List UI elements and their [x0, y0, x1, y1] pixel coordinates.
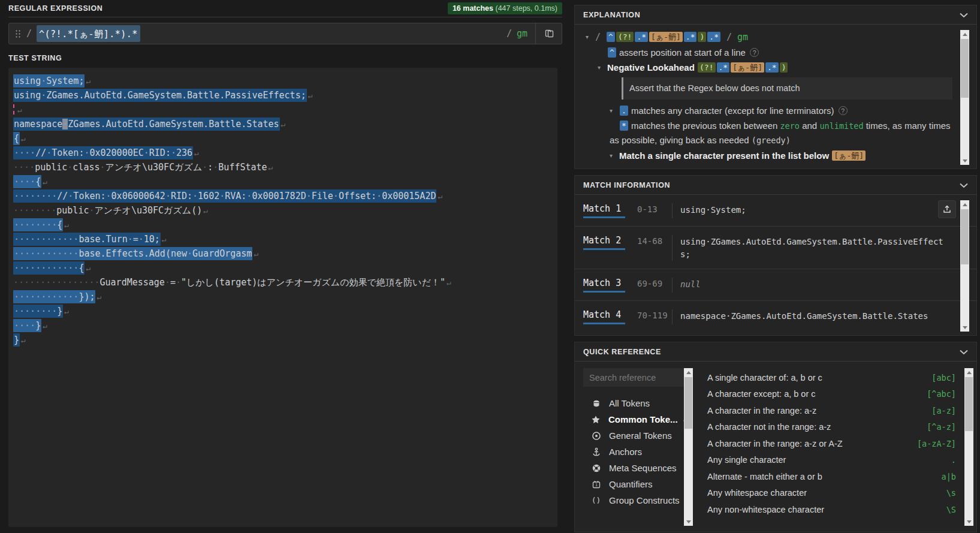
code-line: ········}↵ — [13, 304, 553, 318]
collapse-triangle-icon[interactable]: ▾ — [610, 149, 619, 162]
match-list: Match 10-13using·System;Match 214-68usin… — [575, 195, 976, 330]
line-break-icon: ↵ — [194, 149, 199, 158]
code-line: using·ZGames.AutoEtd.GameSystem.Battle.P… — [13, 88, 553, 103]
match-count-badge: 16 matches (447 steps, 0.1ms) — [448, 2, 562, 14]
match-range: 0-13 — [637, 203, 671, 218]
match-range: 70-119 — [637, 309, 671, 324]
export-matches-button[interactable] — [938, 200, 956, 218]
match-label[interactable]: Match 3 — [583, 278, 625, 293]
indent-spacer — [598, 46, 607, 59]
copy-regex-button[interactable] — [544, 27, 556, 40]
reference-code: [a-z] — [931, 406, 956, 415]
reference-item[interactable]: A character in the range: a-z[a-z] — [707, 402, 956, 419]
scroll-down-arrow-icon[interactable] — [684, 517, 693, 526]
reference-description: A character in the range: a-z or A-Z — [707, 439, 843, 448]
match-value: using·ZGames.AutoEtd.GameSystem.Battle.P… — [672, 235, 950, 261]
scroll-down-arrow-icon[interactable] — [960, 323, 969, 332]
regex-open-delimiter: / — [26, 28, 32, 39]
match-highlight: ········{ — [13, 218, 63, 231]
reference-item[interactable]: Alternate - match either a or ba|b — [707, 468, 956, 485]
category-group-constructs[interactable]: ()Group Constructs — [583, 492, 684, 508]
reference-code: \s — [946, 488, 956, 498]
line-break-icon: ↵ — [21, 134, 26, 143]
regex-token-chip: .* — [635, 32, 648, 42]
match-value: namespace·ZGames.AutoEtd.GameSystem.Batt… — [672, 309, 950, 324]
explanation-row: ▾. matches any character (except for lin… — [583, 104, 952, 118]
code-line: ················GuardMessage·=·"しかし(targ… — [13, 275, 553, 290]
reference-item[interactable]: A character not in the range: a-z[^a-z] — [707, 419, 956, 436]
explanation-row: * matches the previous token between zer… — [583, 119, 952, 147]
explanation-scrollbar[interactable] — [960, 30, 969, 165]
scroll-up-arrow-icon[interactable] — [960, 30, 969, 38]
search-input[interactable] — [583, 368, 684, 387]
collapse-triangle-icon[interactable]: ▾ — [598, 61, 607, 74]
code-line: ····{↵ — [13, 174, 553, 189]
category-anchors[interactable]: Anchors — [583, 444, 684, 460]
scrollbar-thumb[interactable] — [965, 377, 973, 431]
reference-item[interactable]: A character in the range: a-z or A-Z[a-z… — [707, 435, 956, 452]
match-highlight: ············}); — [13, 290, 95, 303]
match-info-scrollbar[interactable] — [960, 200, 969, 332]
category-general-tokens[interactable]: General Tokens — [583, 427, 684, 444]
regex-flags[interactable]: gm — [517, 28, 527, 39]
line-break-icon: ↵ — [17, 106, 22, 115]
category-quantifiers[interactable]: 1Quantifiers — [583, 476, 684, 492]
reference-item[interactable]: Any whitespace character\s — [707, 485, 956, 502]
match-value: null — [672, 278, 950, 293]
category-meta-sequences[interactable]: Meta Sequences — [583, 460, 684, 476]
regex-token-chip: * — [620, 121, 628, 131]
scroll-down-arrow-icon[interactable] — [960, 156, 969, 165]
copy-icon — [545, 28, 554, 39]
match-information-header[interactable]: MATCH INFORMATION — [575, 176, 976, 195]
collapse-triangle-icon[interactable]: ▾ — [586, 30, 595, 44]
scroll-up-arrow-icon[interactable] — [684, 368, 693, 377]
reference-item[interactable]: A character except: a, b or c[^abc] — [707, 386, 956, 403]
sidebar-scrollbar[interactable] — [684, 368, 693, 526]
match-count-text: 16 matches — [453, 4, 493, 13]
reference-item[interactable]: A single character of: a, b or c[abc] — [707, 369, 956, 386]
regex-close-delimiter: / — [506, 28, 512, 39]
drag-handle-icon[interactable] — [15, 29, 20, 38]
regex-token-chip: .* — [717, 62, 730, 73]
reference-item[interactable]: Any non-whitespace character\S — [707, 501, 956, 518]
scrollbar-thumb[interactable] — [961, 209, 969, 264]
match-label[interactable]: Match 1 — [583, 203, 625, 218]
line-break-icon: ↵ — [43, 177, 47, 186]
chevron-down-icon[interactable] — [960, 183, 968, 188]
explanation-header[interactable]: EXPLANATION — [575, 5, 976, 25]
line-break-icon: ↵ — [86, 264, 91, 273]
scroll-up-arrow-icon[interactable] — [964, 368, 973, 377]
help-icon[interactable]: ? — [839, 106, 848, 115]
match-label[interactable]: Match 2 — [583, 235, 625, 250]
reference-scrollbar[interactable] — [964, 368, 973, 526]
category-common-toke-[interactable]: Common Toke...✓ — [583, 411, 684, 427]
explanation-body: ▾/ ^(?!.*[ぁ-鿕].*).* / gm ^ asserts posit… — [575, 25, 976, 164]
regex-pattern[interactable]: ^(?!.*[ぁ-鿕].*).* — [37, 25, 140, 42]
reference-description: Any single character — [707, 455, 786, 465]
chevron-down-icon[interactable] — [960, 13, 968, 18]
scroll-up-arrow-icon[interactable] — [960, 200, 969, 209]
explanation-row: ▾/ ^(?!.*[ぁ-鿕].*).* / gm — [583, 30, 952, 44]
regex-section-header: REGULAR EXPRESSION 16 matches (447 steps… — [8, 0, 562, 17]
scrollbar-thumb[interactable] — [685, 377, 692, 429]
token-category-list: All TokensCommon Toke...✓General TokensA… — [583, 395, 684, 508]
chevron-down-icon[interactable] — [960, 350, 968, 355]
match-information-title: MATCH INFORMATION — [583, 181, 670, 189]
regex-token-chip: (?! — [698, 62, 715, 73]
regex-input[interactable]: / ^(?!.*[ぁ-鿕].*).* / gm — [8, 23, 562, 44]
help-icon[interactable]: ? — [750, 48, 759, 57]
match-label[interactable]: Match 4 — [583, 309, 625, 324]
category-label: All Tokens — [609, 398, 650, 408]
scroll-down-arrow-icon[interactable] — [964, 517, 973, 526]
collapse-triangle-icon[interactable]: ▾ — [610, 104, 619, 118]
category-all-tokens[interactable]: All Tokens — [583, 395, 684, 411]
explanation-text: Match a single character present in the … — [619, 150, 831, 161]
quick-reference-body: All TokensCommon Toke...✓General TokensA… — [575, 362, 976, 526]
quick-reference-header[interactable]: QUICK REFERENCE — [575, 342, 976, 362]
line-break-icon: ↵ — [254, 249, 258, 258]
scrollbar-thumb[interactable] — [961, 39, 969, 98]
explanation-text: unlimited — [819, 121, 863, 131]
reference-item[interactable]: Any single character. — [707, 452, 956, 469]
test-string-editor[interactable]: using·System;↵using·ZGames.AutoEtd.GameS… — [8, 68, 557, 527]
code-line: namespace·ZGames.AutoEtd.GameSystem.Batt… — [13, 117, 553, 131]
